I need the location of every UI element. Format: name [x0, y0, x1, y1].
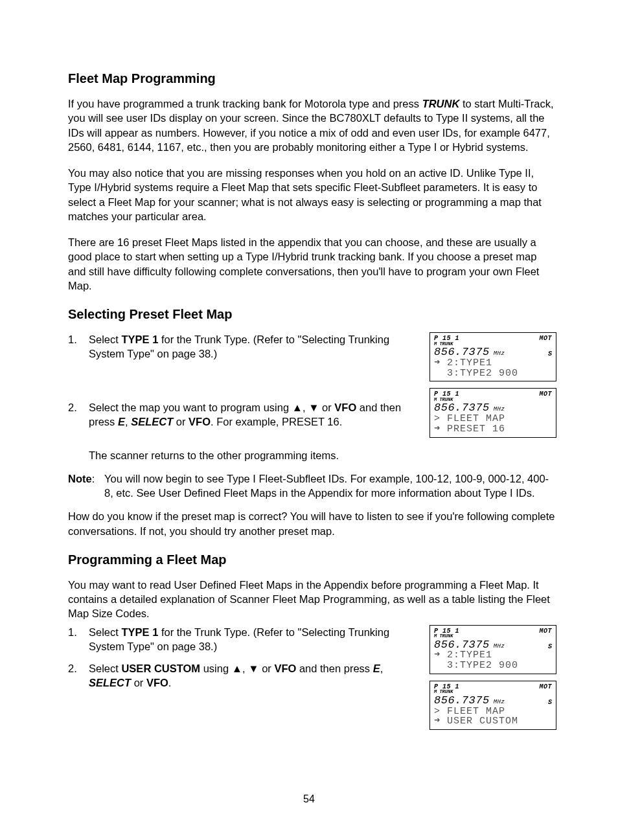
list-item: 2. Select USER CUSTOM using ▲, ▼ or VFO … [68, 661, 556, 690]
keyword-vfo: VFO [189, 416, 211, 427]
lcd-row: > FLEET MAP [434, 707, 552, 717]
list-number: 1. [68, 625, 77, 639]
lcd-top-right: MOT [539, 391, 552, 398]
list-number: 1. [68, 332, 77, 346]
text: Select the map you want to program using [89, 402, 292, 413]
text: or [131, 677, 146, 688]
text: using [200, 663, 232, 674]
note-sep: : [92, 473, 95, 484]
page-number: 54 [0, 792, 618, 806]
keyword-e: E [373, 663, 380, 674]
keyword-user-custom: USER CUSTOM [121, 663, 200, 674]
text: Select [89, 334, 121, 345]
keyword-e: E [118, 416, 125, 427]
note-label: Note [68, 473, 92, 484]
keyword-select: SELECT [89, 677, 131, 688]
content-with-lcd: P 15 1MOT M TRUNK 856.7375MHz S ➜ 2:TYPE… [68, 625, 556, 740]
text: or [259, 663, 275, 674]
paragraph: There are 16 preset Fleet Maps listed in… [68, 235, 556, 293]
list-item: 1. Select TYPE 1 for the Trunk Type. (Re… [68, 625, 556, 654]
list-item: 1. Select TYPE 1 for the Trunk Type. (Re… [68, 332, 556, 361]
paragraph: How do you know if the preset map is cor… [68, 509, 556, 538]
paragraph-returns: The scanner returns to the other program… [68, 448, 556, 462]
paragraph: You may also notice that you are missing… [68, 166, 556, 223]
section-programming-a-fleet-map: Programming a Fleet Map You may want to … [68, 551, 556, 740]
text: and then press [296, 663, 372, 674]
keyword-trunk: TRUNK [422, 98, 460, 109]
paragraph: If you have programmed a trunk tracking … [68, 96, 556, 154]
arrow-icons: ▲, ▼ [232, 663, 259, 674]
note: Note: You will now begin to see Type I F… [68, 471, 556, 501]
keyword-select: SELECT [131, 416, 173, 427]
list-item: 2. Select the map you want to program us… [68, 400, 556, 429]
section-fleet-map-programming: Fleet Map Programming If you have progra… [68, 70, 556, 293]
text: Select [89, 626, 121, 638]
heading-fleet-map-programming: Fleet Map Programming [68, 70, 556, 87]
section-selecting-preset-fleet-map: Selecting Preset Fleet Map P 15 1MOT M T… [68, 306, 556, 538]
keyword-vfo: VFO [334, 402, 356, 413]
arrow-icons: ▲, ▼ [292, 402, 319, 413]
lcd-row: 3:TYPE2 900 [434, 369, 552, 379]
text: or [173, 416, 189, 427]
list-number: 2. [68, 661, 77, 675]
text: . [168, 677, 172, 688]
keyword-vfo: VFO [274, 663, 296, 674]
list-number: 2. [68, 400, 77, 414]
text: Select [89, 663, 121, 674]
keyword-vfo: VFO [146, 677, 168, 688]
paragraph: You may want to read User Defined Fleet … [68, 578, 556, 621]
heading-programming-a-fleet-map: Programming a Fleet Map [68, 551, 556, 569]
keyword-type1: TYPE 1 [121, 626, 158, 638]
text: , [125, 416, 131, 427]
lcd-freq: 856.7375 [434, 695, 490, 707]
lcd-s-indicator: S [548, 699, 552, 707]
note-body: You will now begin to see Type I Fleet-S… [104, 473, 549, 499]
text: If you have programmed a trunk tracking … [68, 98, 422, 109]
lcd-freq-unit: MHz [494, 699, 505, 705]
lcd-row: ➜ USER CUSTOM [434, 716, 552, 727]
content-with-lcd: P 15 1MOT M TRUNK 856.7375MHz S ➜ 2:TYPE… [68, 332, 556, 538]
page: Fleet Map Programming If you have progra… [0, 0, 618, 840]
text: , [380, 663, 383, 674]
keyword-type1: TYPE 1 [121, 334, 158, 345]
text: or [319, 402, 335, 413]
text: . For example, PRESET 16. [211, 416, 342, 427]
heading-selecting-preset-fleet-map: Selecting Preset Fleet Map [68, 306, 556, 323]
